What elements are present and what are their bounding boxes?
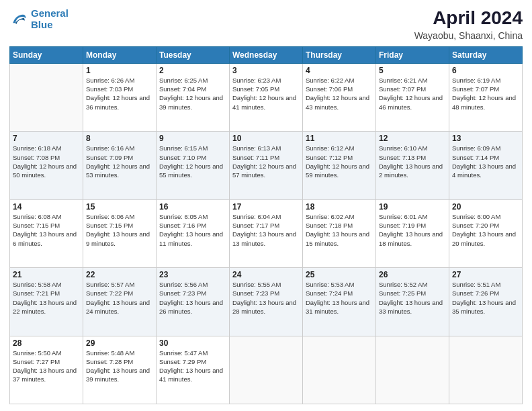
day-info: Sunrise: 6:05 AMSunset: 7:16 PMDaylight:… xyxy=(159,212,226,248)
day-info: Sunrise: 6:06 AMSunset: 7:15 PMDaylight:… xyxy=(86,212,153,248)
table-row: 8Sunrise: 6:16 AMSunset: 7:09 PMDaylight… xyxy=(83,132,157,199)
table-row: 27Sunrise: 5:51 AMSunset: 7:26 PMDayligh… xyxy=(449,268,523,336)
day-number: 4 xyxy=(306,66,373,75)
col-tuesday: Tuesday xyxy=(157,46,230,63)
day-info: Sunrise: 6:09 AMSunset: 7:14 PMDaylight:… xyxy=(452,144,519,179)
table-row: 28Sunrise: 5:50 AMSunset: 7:27 PMDayligh… xyxy=(10,336,83,404)
table-row: 15Sunrise: 6:06 AMSunset: 7:15 PMDayligh… xyxy=(83,199,157,267)
day-number: 9 xyxy=(159,134,226,143)
day-number: 10 xyxy=(232,134,300,143)
day-number: 18 xyxy=(306,202,373,212)
day-number: 7 xyxy=(13,134,80,143)
day-info: Sunrise: 6:13 AMSunset: 7:11 PMDaylight:… xyxy=(232,144,300,179)
day-number: 23 xyxy=(159,270,226,279)
table-row: 12Sunrise: 6:10 AMSunset: 7:13 PMDayligh… xyxy=(376,132,449,199)
table-row: 1Sunrise: 6:26 AMSunset: 7:03 PMDaylight… xyxy=(83,63,157,131)
col-saturday: Saturday xyxy=(449,46,523,63)
day-info: Sunrise: 5:52 AMSunset: 7:25 PMDaylight:… xyxy=(379,280,446,316)
logo-icon xyxy=(9,10,28,29)
day-info: Sunrise: 6:22 AMSunset: 7:06 PMDaylight:… xyxy=(306,76,373,111)
day-number: 11 xyxy=(306,134,373,143)
table-row: 13Sunrise: 6:09 AMSunset: 7:14 PMDayligh… xyxy=(449,132,523,199)
table-row: 22Sunrise: 5:57 AMSunset: 7:22 PMDayligh… xyxy=(83,268,157,336)
table-row: 3Sunrise: 6:23 AMSunset: 7:05 PMDaylight… xyxy=(230,63,303,131)
day-info: Sunrise: 6:08 AMSunset: 7:15 PMDaylight:… xyxy=(13,212,80,248)
table-row xyxy=(449,336,523,404)
header: General Blue April 2024 Wayaobu, Shaanxi… xyxy=(9,8,523,41)
day-info: Sunrise: 5:58 AMSunset: 7:21 PMDaylight:… xyxy=(13,280,80,316)
calendar-week-row: 28Sunrise: 5:50 AMSunset: 7:27 PMDayligh… xyxy=(10,336,523,404)
table-row: 23Sunrise: 5:56 AMSunset: 7:23 PMDayligh… xyxy=(157,268,230,336)
day-info: Sunrise: 5:47 AMSunset: 7:29 PMDaylight:… xyxy=(159,349,226,384)
day-number: 27 xyxy=(452,270,519,279)
table-row: 26Sunrise: 5:52 AMSunset: 7:25 PMDayligh… xyxy=(376,268,449,336)
table-row: 11Sunrise: 6:12 AMSunset: 7:12 PMDayligh… xyxy=(303,132,376,199)
day-number: 29 xyxy=(86,338,153,348)
day-number: 20 xyxy=(452,202,519,212)
calendar-week-row: 1Sunrise: 6:26 AMSunset: 7:03 PMDaylight… xyxy=(10,63,523,131)
title-block: April 2024 Wayaobu, Shaanxi, China xyxy=(414,8,523,41)
day-number: 2 xyxy=(159,66,226,75)
col-sunday: Sunday xyxy=(10,46,83,63)
table-row xyxy=(230,336,303,404)
day-info: Sunrise: 6:25 AMSunset: 7:04 PMDaylight:… xyxy=(159,76,226,111)
day-info: Sunrise: 5:56 AMSunset: 7:23 PMDaylight:… xyxy=(159,280,226,316)
table-row: 16Sunrise: 6:05 AMSunset: 7:16 PMDayligh… xyxy=(157,199,230,267)
logo: General Blue xyxy=(9,8,69,30)
day-number: 13 xyxy=(452,134,519,143)
day-number: 26 xyxy=(379,270,446,279)
table-row: 9Sunrise: 6:15 AMSunset: 7:10 PMDaylight… xyxy=(157,132,230,199)
day-number: 15 xyxy=(86,202,153,212)
day-number: 17 xyxy=(232,202,300,212)
day-info: Sunrise: 6:19 AMSunset: 7:07 PMDaylight:… xyxy=(452,76,519,111)
day-number: 12 xyxy=(379,134,446,143)
calendar-table: Sunday Monday Tuesday Wednesday Thursday… xyxy=(9,46,523,404)
table-row: 14Sunrise: 6:08 AMSunset: 7:15 PMDayligh… xyxy=(10,199,83,267)
day-number: 28 xyxy=(13,338,80,348)
day-info: Sunrise: 6:16 AMSunset: 7:09 PMDaylight:… xyxy=(86,144,153,179)
day-info: Sunrise: 5:48 AMSunset: 7:28 PMDaylight:… xyxy=(86,349,153,384)
table-row: 20Sunrise: 6:00 AMSunset: 7:20 PMDayligh… xyxy=(449,199,523,267)
calendar-week-row: 14Sunrise: 6:08 AMSunset: 7:15 PMDayligh… xyxy=(10,199,523,267)
table-row: 4Sunrise: 6:22 AMSunset: 7:06 PMDaylight… xyxy=(303,63,376,131)
day-number: 19 xyxy=(379,202,446,212)
table-row: 2Sunrise: 6:25 AMSunset: 7:04 PMDaylight… xyxy=(157,63,230,131)
col-wednesday: Wednesday xyxy=(230,46,303,63)
table-row xyxy=(303,336,376,404)
day-info: Sunrise: 5:55 AMSunset: 7:23 PMDaylight:… xyxy=(232,280,300,316)
logo-name: General Blue xyxy=(31,8,69,30)
day-info: Sunrise: 5:51 AMSunset: 7:26 PMDaylight:… xyxy=(452,280,519,316)
day-info: Sunrise: 6:02 AMSunset: 7:18 PMDaylight:… xyxy=(306,212,373,248)
day-number: 16 xyxy=(159,202,226,212)
day-info: Sunrise: 6:01 AMSunset: 7:19 PMDaylight:… xyxy=(379,212,446,248)
day-info: Sunrise: 5:57 AMSunset: 7:22 PMDaylight:… xyxy=(86,280,153,316)
table-row: 17Sunrise: 6:04 AMSunset: 7:17 PMDayligh… xyxy=(230,199,303,267)
day-info: Sunrise: 6:26 AMSunset: 7:03 PMDaylight:… xyxy=(86,76,153,111)
day-info: Sunrise: 5:50 AMSunset: 7:27 PMDaylight:… xyxy=(13,349,80,384)
day-number: 21 xyxy=(13,270,80,279)
day-number: 25 xyxy=(306,270,373,279)
day-number: 5 xyxy=(379,66,446,75)
calendar-week-row: 21Sunrise: 5:58 AMSunset: 7:21 PMDayligh… xyxy=(10,268,523,336)
day-info: Sunrise: 6:04 AMSunset: 7:17 PMDaylight:… xyxy=(232,212,300,248)
table-row: 21Sunrise: 5:58 AMSunset: 7:21 PMDayligh… xyxy=(10,268,83,336)
day-info: Sunrise: 6:00 AMSunset: 7:20 PMDaylight:… xyxy=(452,212,519,248)
calendar-header-row: Sunday Monday Tuesday Wednesday Thursday… xyxy=(10,46,523,63)
table-row xyxy=(10,63,83,131)
page-title: April 2024 xyxy=(414,8,523,29)
day-number: 8 xyxy=(86,134,153,143)
day-number: 6 xyxy=(452,66,519,75)
day-info: Sunrise: 5:53 AMSunset: 7:24 PMDaylight:… xyxy=(306,280,373,316)
table-row: 29Sunrise: 5:48 AMSunset: 7:28 PMDayligh… xyxy=(83,336,157,404)
day-info: Sunrise: 6:21 AMSunset: 7:07 PMDaylight:… xyxy=(379,76,446,111)
day-info: Sunrise: 6:10 AMSunset: 7:13 PMDaylight:… xyxy=(379,144,446,179)
day-number: 1 xyxy=(86,66,153,75)
day-info: Sunrise: 6:18 AMSunset: 7:08 PMDaylight:… xyxy=(13,144,80,179)
day-info: Sunrise: 6:12 AMSunset: 7:12 PMDaylight:… xyxy=(306,144,373,179)
table-row: 18Sunrise: 6:02 AMSunset: 7:18 PMDayligh… xyxy=(303,199,376,267)
col-thursday: Thursday xyxy=(303,46,376,63)
table-row: 10Sunrise: 6:13 AMSunset: 7:11 PMDayligh… xyxy=(230,132,303,199)
day-number: 3 xyxy=(232,66,300,75)
page: General Blue April 2024 Wayaobu, Shaanxi… xyxy=(0,0,532,411)
col-friday: Friday xyxy=(376,46,449,63)
